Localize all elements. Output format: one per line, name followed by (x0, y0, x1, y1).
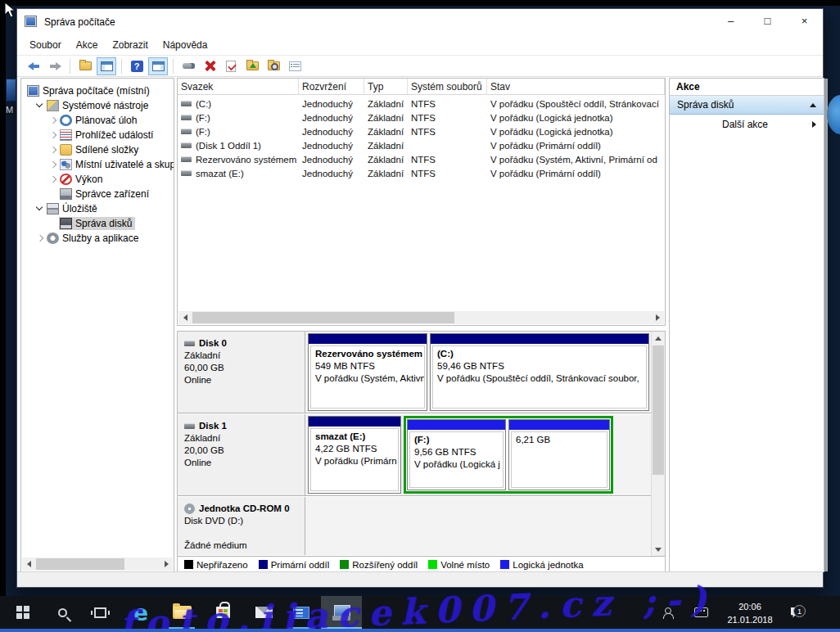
mmc-app-button[interactable] (283, 596, 319, 629)
column-header-stav[interactable]: Stav (487, 79, 665, 94)
tree-item-local-users[interactable]: Místní uživatelé a skupin (21, 157, 174, 172)
scroll-right-button[interactable] (160, 558, 173, 571)
screen-edge-left (0, 0, 6, 632)
disk-properties-icon (183, 63, 195, 69)
menu-napoveda[interactable]: Nápověda (156, 35, 215, 55)
disk-properties-button[interactable] (178, 57, 198, 75)
check-task-button[interactable] (221, 57, 241, 75)
export-button[interactable] (75, 57, 95, 75)
volume-row[interactable]: (F:) JednoduchýZákladní NTFSV pořádku (L… (178, 124, 665, 138)
folder-search-button[interactable] (264, 57, 283, 75)
volume-list-horizontal-scrollbar[interactable] (178, 311, 664, 324)
legend-unallocated: Nepřiřazeno (184, 560, 248, 570)
forward-button[interactable] (45, 57, 65, 75)
tree-item-performance[interactable]: Výkon (21, 172, 174, 187)
task-view-button[interactable] (84, 596, 116, 629)
toggle-action-pane-button[interactable] (148, 57, 168, 75)
help-icon: ? (131, 61, 143, 72)
close-button[interactable]: × (786, 9, 823, 34)
notification-center-button[interactable]: 1 (779, 596, 815, 629)
scrollbar-thumb[interactable] (653, 345, 664, 475)
menu-zobrazit[interactable]: Zobrazit (105, 35, 155, 55)
chevron-collapsed-icon[interactable] (34, 233, 46, 243)
start-button[interactable] (7, 596, 39, 629)
volume-row[interactable]: Rezervováno systémem JednoduchýZákladní … (178, 152, 665, 166)
chevron-collapsed-icon[interactable] (47, 115, 59, 125)
tree-horizontal-scrollbar[interactable] (22, 558, 173, 571)
scrollbar-thumb[interactable] (192, 312, 454, 323)
tree-item-task-scheduler[interactable]: Plánovač úloh (21, 113, 174, 128)
file-explorer-icon (173, 606, 192, 619)
tree-item-storage[interactable]: Úložiště (21, 201, 174, 216)
tree-item-event-viewer[interactable]: Prohlížeč událostí (21, 128, 174, 142)
collapse-icon[interactable] (810, 103, 816, 107)
chevron-expanded-icon[interactable] (34, 101, 46, 111)
back-button[interactable] (24, 57, 43, 75)
store-button[interactable] (205, 596, 241, 629)
tree-item-computer-management[interactable]: Správa počítače (místní) (21, 84, 174, 98)
tree-item-services-apps[interactable]: Služby a aplikace (21, 231, 174, 246)
delete-volume-button[interactable] (200, 57, 219, 75)
tree-item-system-tools[interactable]: Systémové nástroje (21, 98, 174, 113)
volume-row[interactable]: (C:) JednoduchýZákladní NTFSV pořádku (S… (178, 97, 665, 111)
partition-f[interactable]: (F:) 9,56 GB NTFS V pořádku (Logická j (407, 419, 506, 490)
chevron-expanded-icon[interactable] (34, 204, 46, 214)
tray-keyboard-button[interactable] (688, 596, 714, 629)
maximize-button[interactable]: □ (749, 9, 786, 34)
screen-edge-bottom (0, 629, 840, 632)
disk-icon (184, 423, 195, 429)
tree-item-device-manager[interactable]: Správce zařízení (21, 187, 174, 201)
help-button[interactable]: ? (127, 57, 147, 75)
actions-section-disk-management[interactable]: Správa disků (670, 96, 824, 115)
cdrom-label[interactable]: Jednotka CD-ROM 0 Disk DVD (D:) Žádné mé… (178, 497, 305, 555)
volume-icon (181, 156, 192, 162)
scroll-down-button[interactable] (652, 543, 665, 556)
clock[interactable]: 20:06 21.01.2018 (720, 600, 779, 626)
column-header-svazek[interactable]: Svazek (178, 79, 299, 94)
tree-item-disk-management[interactable]: Správa disků (21, 216, 174, 231)
column-header-typ[interactable]: Typ (364, 79, 408, 94)
partition-system-reserved[interactable]: Rezervováno systémem 549 MB NTFS V pořád… (308, 333, 427, 411)
disk0-label[interactable]: Disk 0 Základní 60,00 GB Online (178, 332, 305, 413)
search-button[interactable] (46, 596, 79, 629)
folder-up-button[interactable] (242, 57, 262, 75)
disk-view-vertical-scrollbar[interactable] (651, 332, 665, 556)
volume-row[interactable]: smazat (E:) JednoduchýZákladní NTFSV poř… (178, 166, 665, 180)
disk1-label[interactable]: Disk 1 Základní 20,00 GB Online (178, 414, 305, 495)
partition-smazat-e[interactable]: smazat (E:) 4,22 GB NTFS V pořádku (Prim… (308, 416, 401, 494)
minimize-button[interactable]: – (712, 9, 749, 34)
column-header-fs[interactable]: Systém souborů (408, 79, 487, 94)
chevron-collapsed-icon[interactable] (47, 145, 59, 155)
tray-user-button[interactable] (655, 596, 680, 629)
toggle-console-tree-button[interactable] (97, 57, 116, 75)
mail-button[interactable] (246, 596, 282, 629)
menu-soubor[interactable]: Soubor (22, 35, 69, 55)
file-explorer-button[interactable] (164, 596, 200, 629)
tree-item-shared-folders[interactable]: Sdílené složky (21, 142, 174, 157)
scrollbar-thumb[interactable] (36, 558, 124, 570)
volume-row[interactable]: (F:) JednoduchýZákladní NTFSV pořádku (L… (178, 111, 665, 124)
user-icon (662, 607, 673, 618)
scroll-left-button[interactable] (22, 558, 35, 571)
title-bar[interactable]: Správa počítače – □ × (17, 9, 823, 35)
computer-management-taskbar-button[interactable] (321, 596, 362, 629)
scroll-right-button[interactable] (651, 311, 664, 324)
desktop-icon[interactable] (6, 79, 16, 102)
chevron-collapsed-icon[interactable] (47, 174, 59, 184)
edge-button[interactable]: e (123, 596, 159, 629)
chevron-collapsed-icon[interactable] (47, 130, 59, 140)
more-actions-item[interactable]: Další akce (670, 115, 824, 134)
menu-akce[interactable]: Akce (69, 35, 106, 55)
scroll-left-button[interactable] (178, 311, 192, 324)
background-window-edge (824, 79, 828, 571)
scroll-up-button[interactable] (652, 332, 665, 345)
chevron-collapsed-icon[interactable] (47, 160, 59, 169)
view-options-button[interactable] (285, 57, 305, 75)
partition-c[interactable]: (C:) 59,46 GB NTFS V pořádku (Spouštěcí … (430, 333, 649, 411)
menu-bar: Soubor Akce Zobrazit Nápověda (17, 35, 823, 55)
partition-logical-6gb[interactable]: 6,21 GB (508, 419, 610, 490)
column-header-rozvrzeni[interactable]: Rozvržení (299, 79, 364, 94)
action-pane-icon (152, 61, 165, 71)
partition-type-bar (408, 420, 505, 430)
volume-row[interactable]: (Disk 1 Oddíl 1) JednoduchýZákladní V po… (178, 138, 665, 152)
